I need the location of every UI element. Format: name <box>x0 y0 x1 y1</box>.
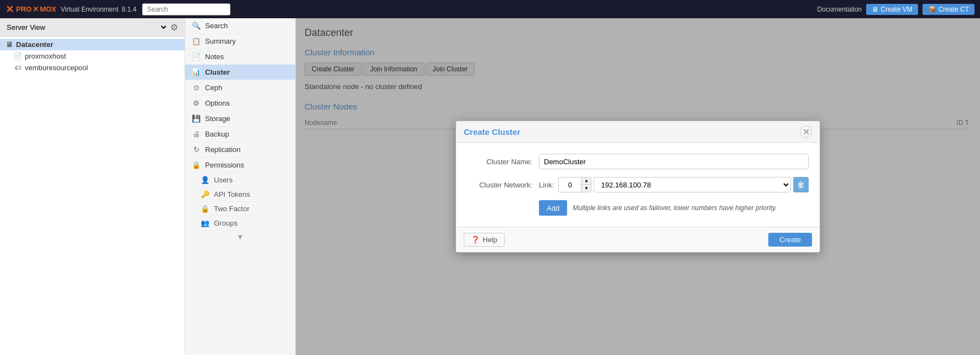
server-tree: Server View ⚙ 🖥 Datacenter 📄 proxmoxhost… <box>0 18 185 355</box>
modal-create-button[interactable]: Create <box>768 233 812 247</box>
help-icon: ❓ <box>471 236 480 244</box>
server-tree-header: Server View ⚙ <box>0 18 185 36</box>
create-ct-button[interactable]: 📦 Create CT <box>923 4 974 15</box>
nav-permissions[interactable]: 🔒 Permissions <box>185 158 295 173</box>
tree-item-datacenter[interactable]: 🖥 Datacenter <box>0 39 185 50</box>
modal-header: Create Cluster ✕ <box>456 121 820 143</box>
nav-two-factor[interactable]: 🔒 Two Factor <box>185 202 295 216</box>
nav-options[interactable]: ⚙ Options <box>185 96 295 111</box>
logo-icon: ✕ <box>6 3 14 15</box>
host-icon: 📄 <box>13 52 22 60</box>
modal-body: Cluster Name: Cluster Network: Link: ▲ ▼ <box>456 143 820 227</box>
tree-pool-label: vemburesourcepool <box>25 64 88 72</box>
tree-item-resourcepool[interactable]: 🏷 vemburesourcepool <box>0 62 185 74</box>
global-search-input[interactable] <box>142 3 230 15</box>
modal-title: Create Cluster <box>464 127 521 137</box>
link-spinner-buttons: ▲ ▼ <box>581 177 591 192</box>
logo-mox: MOX <box>40 5 56 13</box>
logo-text: PRO <box>16 5 32 13</box>
create-ct-icon: 📦 <box>928 6 936 13</box>
tree-item-proxmoxhost[interactable]: 📄 proxmoxhost <box>0 50 185 62</box>
nav-panel: 🔍 Search 📋 Summary 📄 Notes 📊 Cluster ⊙ C… <box>185 18 296 355</box>
nav-notes-label: Notes <box>205 53 224 61</box>
modal-overlay: Create Cluster ✕ Cluster Name: Cluster N… <box>296 18 980 355</box>
add-hint: Multiple links are used as failover, low… <box>573 204 777 212</box>
nav-cluster-label: Cluster <box>205 68 230 76</box>
nav-notes[interactable]: 📄 Notes <box>185 49 295 65</box>
pool-icon: 🏷 <box>13 64 22 72</box>
main-layout: Server View ⚙ 🖥 Datacenter 📄 proxmoxhost… <box>0 18 980 355</box>
ip-select[interactable]: 192.168.100.78 <box>594 177 791 192</box>
documentation-link[interactable]: Documentation <box>817 6 862 13</box>
nav-groups[interactable]: 👥 Groups <box>185 216 295 231</box>
nav-two-factor-label: Two Factor <box>214 205 249 213</box>
replication-icon: ↻ <box>192 145 201 154</box>
nav-users[interactable]: 👤 Users <box>185 173 295 187</box>
add-row: Add Multiple links are used as failover,… <box>467 200 809 216</box>
ceph-icon: ⊙ <box>192 83 201 92</box>
summary-icon: 📋 <box>192 37 201 45</box>
nav-backup[interactable]: 🖨 Backup <box>185 127 295 142</box>
nav-permissions-label: Permissions <box>205 161 244 169</box>
nav-summary-label: Summary <box>205 37 236 45</box>
groups-icon: 👥 <box>201 219 209 227</box>
network-row: Link: ▲ ▼ 192.168.100.78 <box>539 177 809 192</box>
nav-ceph-label: Ceph <box>205 83 222 92</box>
storage-icon: 💾 <box>192 114 201 123</box>
modal-close-button[interactable]: ✕ <box>800 126 812 138</box>
users-icon: 👤 <box>201 176 209 184</box>
notes-icon: 📄 <box>192 53 201 61</box>
link-value-input[interactable] <box>559 181 581 189</box>
cluster-network-row: Cluster Network: Link: ▲ ▼ <box>467 177 809 192</box>
search-icon: 🔍 <box>192 22 201 30</box>
version: 8.1.4 <box>122 6 137 13</box>
product-name: Virtual Environment <box>61 6 119 13</box>
content-area: Datacenter Cluster Information Create Cl… <box>296 18 980 355</box>
nav-replication[interactable]: ↻ Replication <box>185 142 295 158</box>
cluster-name-label: Cluster Name: <box>467 158 539 166</box>
link-decrement-button[interactable]: ▼ <box>581 185 591 192</box>
two-factor-icon: 🔒 <box>201 205 209 213</box>
nav-storage[interactable]: 💾 Storage <box>185 111 295 127</box>
logo-x: ✕ <box>33 5 39 13</box>
settings-button[interactable]: ⚙ <box>168 21 180 34</box>
delete-icon: 🗑 <box>797 180 805 189</box>
cluster-network-label: Cluster Network: <box>467 181 539 189</box>
server-view-select[interactable]: Server View <box>4 23 168 32</box>
cluster-name-row: Cluster Name: <box>467 154 809 169</box>
datacenter-icon: 🖥 <box>4 40 13 49</box>
nav-search[interactable]: 🔍 Search <box>185 18 295 34</box>
tree-content: 🖥 Datacenter 📄 proxmoxhost 🏷 vemburesour… <box>0 36 185 355</box>
nav-api-tokens-label: API Tokens <box>214 190 250 199</box>
link-increment-button[interactable]: ▲ <box>581 177 591 185</box>
api-tokens-icon: 🔑 <box>201 190 209 199</box>
nav-search-label: Search <box>205 22 228 30</box>
cluster-icon: 📊 <box>192 68 201 76</box>
nav-api-tokens[interactable]: 🔑 API Tokens <box>185 187 295 202</box>
nav-replication-label: Replication <box>205 145 240 154</box>
tree-datacenter-label: Datacenter <box>16 40 53 49</box>
logo: ✕ PRO✕MOX Virtual Environment 8.1.4 <box>6 3 137 15</box>
link-spinner: ▲ ▼ <box>558 177 591 192</box>
nav-groups-label: Groups <box>214 219 238 227</box>
topbar-actions: Documentation 🖥 Create VM 📦 Create CT <box>817 4 974 15</box>
cluster-name-input[interactable] <box>539 154 809 169</box>
nav-cluster[interactable]: 📊 Cluster <box>185 65 295 80</box>
add-button[interactable]: Add <box>539 200 567 216</box>
link-label: Link: <box>539 181 554 189</box>
nav-users-label: Users <box>214 176 233 184</box>
create-vm-icon: 🖥 <box>872 6 878 13</box>
create-cluster-modal: Create Cluster ✕ Cluster Name: Cluster N… <box>455 121 820 253</box>
nav-scroll-down[interactable]: ▼ <box>185 231 295 243</box>
backup-icon: 🖨 <box>192 130 201 138</box>
options-icon: ⚙ <box>192 99 201 107</box>
modal-footer: ❓ Help Create <box>456 227 820 252</box>
permissions-icon: 🔒 <box>192 161 201 169</box>
topbar: ✕ PRO✕MOX Virtual Environment 8.1.4 Docu… <box>0 0 980 18</box>
nav-ceph[interactable]: ⊙ Ceph <box>185 80 295 96</box>
create-vm-button[interactable]: 🖥 Create VM <box>866 4 918 15</box>
nav-summary[interactable]: 📋 Summary <box>185 34 295 49</box>
delete-link-button[interactable]: 🗑 <box>793 177 809 192</box>
nav-storage-label: Storage <box>205 114 230 123</box>
help-button[interactable]: ❓ Help <box>464 233 505 247</box>
